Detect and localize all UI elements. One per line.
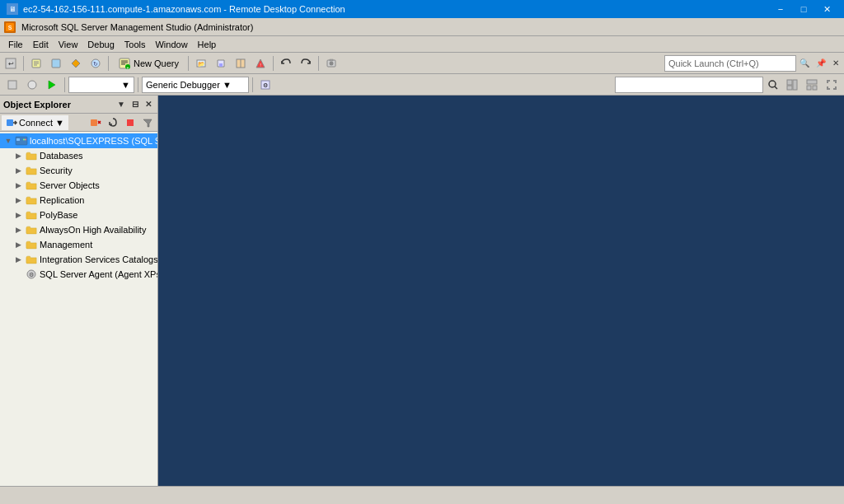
management-node[interactable]: ▶ Management (0, 237, 157, 252)
toolbar-btn-1[interactable]: ↩ (2, 54, 20, 72)
replication-label: Replication (40, 195, 84, 205)
debug-btn-3[interactable] (43, 76, 61, 94)
agent-icon: ⚙ (25, 268, 38, 281)
server-objects-folder-icon (25, 179, 38, 192)
oe-tool-disconnect[interactable] (87, 115, 104, 130)
server-objects-expand-icon[interactable]: ▶ (13, 180, 23, 190)
toolbar-btn-7[interactable] (212, 54, 230, 72)
menu-debug[interactable]: Debug (82, 38, 119, 51)
svg-point-46 (23, 139, 25, 141)
separator-2 (108, 56, 109, 71)
toolbar-btn-redo[interactable] (297, 54, 315, 72)
management-expand-icon[interactable]: ▶ (13, 240, 23, 250)
menu-view[interactable]: View (54, 38, 83, 51)
menu-file[interactable]: File (3, 38, 28, 51)
svg-text:⚙: ⚙ (29, 272, 34, 278)
server-objects-node[interactable]: ▶ Server Objects (0, 178, 157, 193)
polybase-expand-icon[interactable]: ▶ (13, 210, 23, 220)
svg-rect-25 (330, 59, 333, 61)
debugger-label: Generic Debugger ▼ (146, 80, 232, 90)
main-area: Object Explorer ▼ ⊟ ✕ Connect ▼ (0, 96, 844, 486)
ssms-icon: S (3, 21, 16, 34)
debugger-dropdown[interactable]: Generic Debugger ▼ (142, 77, 249, 93)
fullscreen-btn[interactable] (823, 76, 841, 94)
alwayson-expand-icon[interactable]: ▶ (13, 225, 23, 235)
debug-search-input[interactable] (615, 77, 763, 93)
databases-expand-icon[interactable]: ▶ (13, 151, 23, 161)
connect-label: Connect ▼ (19, 118, 64, 128)
toolbar-btn-2[interactable] (27, 54, 45, 72)
oe-tool-filter[interactable] (139, 115, 156, 130)
quick-launch-area: Quick Launch (Ctrl+Q) 🔍 📌 ✕ (664, 54, 842, 72)
new-query-button[interactable]: + New Query (112, 54, 185, 72)
integration-services-node[interactable]: ▶ Integration Services Catalogs (0, 252, 157, 267)
integration-services-folder-icon (25, 253, 38, 266)
svg-rect-26 (8, 81, 16, 89)
arrange-btn-1[interactable] (783, 76, 801, 94)
debug-sep-3 (252, 77, 253, 92)
solution-config-dropdown[interactable]: ▼ (68, 77, 134, 93)
minimize-button[interactable]: − (770, 2, 791, 16)
status-bar (0, 486, 844, 504)
svg-rect-34 (793, 80, 797, 90)
debug-btn-4[interactable]: ⚙ (256, 76, 274, 94)
replication-node[interactable]: ▶ Replication (0, 193, 157, 208)
toolbar-btn-camera[interactable] (322, 54, 340, 72)
svg-text:↻: ↻ (93, 61, 98, 67)
maximize-button[interactable]: □ (793, 2, 814, 16)
separator-1 (23, 56, 24, 71)
replication-folder-icon (25, 194, 38, 207)
debug-search-btn[interactable] (765, 76, 781, 94)
polybase-label: PolyBase (40, 210, 77, 220)
server-label: localhost\SQLEXPRESS (SQL Server 13.0... (30, 136, 157, 146)
polybase-node[interactable]: ▶ PolyBase (0, 208, 157, 222)
search-icon-btn[interactable]: 🔍 (796, 54, 813, 72)
replication-expand-icon[interactable]: ▶ (13, 195, 23, 205)
toolbar-btn-undo[interactable] (277, 54, 295, 72)
svg-rect-38 (813, 86, 817, 90)
close-button[interactable]: ✕ (816, 2, 837, 16)
debug-btn-1[interactable] (3, 76, 21, 94)
connect-button[interactable]: Connect ▼ (2, 115, 68, 130)
integration-services-label: Integration Services Catalogs (40, 254, 157, 264)
toolbar-btn-8[interactable] (232, 54, 250, 72)
new-query-icon: + (118, 57, 131, 70)
oe-close-btn[interactable]: ✕ (143, 99, 154, 110)
server-node[interactable]: ▼ localhost\SQLEXPRESS (SQL Server 13.0.… (0, 133, 157, 148)
menu-help[interactable]: Help (193, 38, 222, 51)
menu-window[interactable]: Window (150, 38, 192, 51)
oe-pin-btn[interactable]: ▼ (115, 99, 128, 110)
oe-tool-stop[interactable] (122, 115, 138, 130)
toolbar-btn-6[interactable]: 📂 (192, 54, 210, 72)
svg-point-47 (25, 139, 26, 141)
integration-services-expand-icon[interactable]: ▶ (13, 254, 23, 264)
toolbar-btn-5[interactable]: ↻ (87, 54, 105, 72)
security-label: Security (40, 166, 73, 175)
pin-icon-btn[interactable]: 📌 (813, 54, 829, 72)
svg-rect-37 (807, 86, 811, 90)
menu-edit[interactable]: Edit (28, 38, 54, 51)
databases-node[interactable]: ▶ Databases (0, 148, 157, 163)
alwayson-node[interactable]: ▶ AlwaysOn High Availability (0, 222, 157, 237)
oe-tool-refresh[interactable] (105, 115, 121, 130)
quick-launch-input[interactable]: Quick Launch (Ctrl+Q) (664, 55, 796, 72)
server-expand-icon[interactable]: ▼ (3, 136, 13, 146)
svg-text:S: S (8, 25, 12, 30)
arrange-btn-2[interactable] (803, 76, 821, 94)
svg-rect-43 (127, 119, 134, 126)
object-explorer-title-bar: Object Explorer ▼ ⊟ ✕ (0, 96, 157, 114)
svg-point-24 (330, 61, 334, 65)
toolbar-btn-3[interactable] (47, 54, 65, 72)
security-node[interactable]: ▶ Security (0, 163, 157, 178)
oe-dockable-btn[interactable]: ⊟ (129, 99, 141, 110)
security-expand-icon[interactable]: ▶ (13, 166, 23, 175)
menu-tools[interactable]: Tools (120, 38, 151, 51)
toolbar-btn-4[interactable] (67, 54, 85, 72)
svg-rect-39 (7, 119, 13, 126)
toolbar-btn-9[interactable]: ! (251, 54, 270, 72)
close-icon-btn[interactable]: ✕ (829, 54, 842, 72)
debug-btn-2[interactable] (23, 76, 41, 94)
sql-server-agent-node[interactable]: ▶ ⚙ SQL Server Agent (Agent XPs disabl..… (0, 267, 157, 282)
management-label: Management (40, 240, 92, 250)
server-objects-label: Server Objects (40, 180, 100, 190)
